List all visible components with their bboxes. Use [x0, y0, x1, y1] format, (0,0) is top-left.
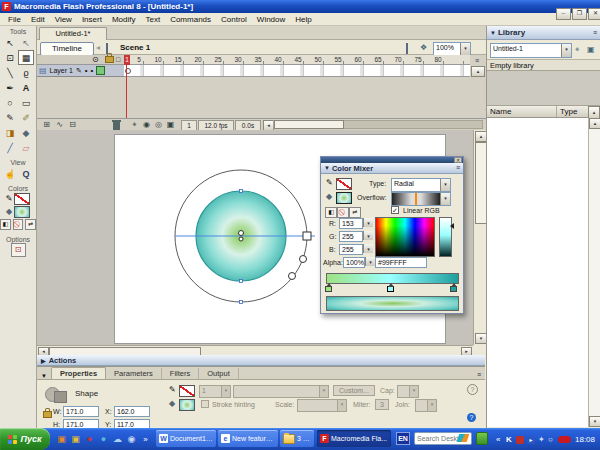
tray-icon-red[interactable]	[516, 436, 524, 444]
r-spinner[interactable]: ▾	[363, 218, 373, 227]
chevron-down-icon[interactable]: ▾	[561, 44, 571, 57]
no-color-icon[interactable]: ⃠	[337, 207, 349, 218]
menu-text[interactable]: Text	[140, 15, 165, 24]
menu-insert[interactable]: Insert	[77, 15, 107, 24]
onion-skin-outlines-icon[interactable]: ◎	[153, 120, 164, 130]
quicklaunch-overflow-icon[interactable]: »	[140, 434, 151, 445]
frames-row[interactable]	[124, 65, 470, 77]
layer-visibility-dot-icon[interactable]: •	[85, 66, 88, 75]
library-header[interactable]: ▼ Library ≡	[487, 26, 600, 40]
tab-parameters[interactable]: Parameters	[106, 368, 162, 379]
alpha-spinner[interactable]: ▾	[365, 257, 375, 266]
black-white-icon[interactable]: ◧	[0, 219, 11, 230]
gradient-center-handle[interactable]	[239, 231, 244, 236]
rectangle-tool-icon[interactable]: ▭	[18, 95, 34, 110]
gradient-transform-tool-icon[interactable]: ▦	[18, 50, 34, 65]
help-icon[interactable]: ?	[467, 384, 478, 395]
free-transform-tool-icon[interactable]: ⊡	[2, 50, 18, 65]
lock-aspect-icon[interactable]	[43, 411, 52, 418]
fill-color-swatch[interactable]	[14, 206, 30, 218]
chevron-down-icon[interactable]: ▾	[440, 193, 450, 205]
color-mixer-header[interactable]: ▼ Color Mixer ≡	[321, 163, 463, 174]
fill-color-swatch[interactable]	[179, 399, 195, 411]
menu-control[interactable]: Control	[216, 15, 252, 24]
restore-icon[interactable]: ❐	[572, 8, 587, 20]
library-vscrollbar[interactable]: ▴ ▾	[588, 118, 600, 427]
insert-layer-icon[interactable]: ⊞	[41, 120, 52, 130]
tab-filters[interactable]: Filters	[162, 368, 199, 379]
library-document-combo[interactable]: Untitled-1 ▾	[490, 43, 572, 58]
task-button-new-features[interactable]: e New features avai...	[218, 430, 278, 447]
column-name[interactable]: Name	[487, 106, 557, 117]
onion-skin-icon[interactable]: ◉	[141, 120, 152, 130]
stroke-color-swatch[interactable]	[179, 385, 195, 397]
show-hide-layers-icon[interactable]: ⊙	[92, 55, 99, 64]
timeline-scroll-up-icon[interactable]: ▴	[471, 66, 485, 77]
oval-tool-icon[interactable]: ○	[2, 95, 18, 110]
delete-layer-icon[interactable]	[113, 122, 120, 130]
center-frame-icon[interactable]: ⌖	[129, 120, 140, 130]
collapse-arrow-icon[interactable]: ▼	[37, 373, 51, 379]
tray-media-icon[interactable]: ▸	[527, 436, 535, 444]
ink-bottle-tool-icon[interactable]: ◨	[2, 125, 18, 140]
gradient-transform-option-icon[interactable]: ⊡	[11, 243, 26, 257]
linear-rgb-checkbox[interactable]: ✓	[391, 206, 399, 214]
gradient-stop-right[interactable]	[450, 286, 457, 292]
tray-icon-gear[interactable]: ✦	[538, 435, 545, 444]
alpha-field[interactable]: 100%	[343, 257, 365, 268]
mixer-fill-swatch[interactable]	[336, 192, 352, 204]
menu-help[interactable]: Help	[290, 15, 316, 24]
overflow-combo[interactable]: ▾	[391, 192, 451, 206]
no-color-icon[interactable]: ⃠	[13, 219, 24, 230]
color-picker-area[interactable]	[375, 217, 435, 257]
menu-window[interactable]: Window	[252, 15, 290, 24]
search-go-icon[interactable]	[476, 432, 488, 445]
quicklaunch-icon-6[interactable]: ◉	[126, 434, 137, 445]
new-library-panel-icon[interactable]: ▣	[587, 45, 595, 54]
tray-antivirus-icon[interactable]	[558, 436, 571, 443]
column-type[interactable]: Type	[557, 106, 588, 117]
stage-vscrollbar[interactable]: ▴ ▾	[473, 130, 486, 345]
edit-symbol-icon[interactable]: ❖	[420, 43, 427, 52]
playhead[interactable]: 1	[124, 55, 130, 65]
line-tool-icon[interactable]: ╲	[2, 65, 18, 80]
scroll-down-icon[interactable]: ▾	[589, 416, 600, 427]
start-button[interactable]: Пуск	[0, 428, 50, 450]
task-button-flash[interactable]: F Macromedia Fla...	[317, 430, 391, 447]
x-field[interactable]: 162.0	[114, 406, 150, 417]
subselection-tool-icon[interactable]: ↖	[18, 35, 34, 50]
quicklaunch-icon-1[interactable]: ▣	[56, 434, 67, 445]
gradient-rotate-handle[interactable]	[289, 273, 296, 280]
gradient-stop-left[interactable]	[325, 286, 332, 292]
gradient-radius-handle[interactable]	[300, 256, 307, 263]
lasso-tool-icon[interactable]: ϱ	[18, 65, 34, 80]
chevron-down-icon[interactable]: ▾	[460, 43, 470, 55]
swap-colors-icon[interactable]: ⇄	[25, 219, 36, 230]
tray-collapse-icon[interactable]: «	[496, 435, 500, 444]
insert-layer-folder-icon[interactable]: ⊟	[67, 120, 78, 130]
collapse-arrow-icon[interactable]: ▼	[490, 30, 496, 36]
menu-file[interactable]: File	[3, 15, 26, 24]
layer-row[interactable]: ▤ Layer 1 ✎ • •	[37, 65, 124, 77]
quicklaunch-icon-2[interactable]: ▣	[70, 434, 81, 445]
r-field[interactable]: 153	[339, 218, 363, 229]
pin-library-icon[interactable]: ⌖	[575, 45, 580, 55]
paint-bucket-tool-icon[interactable]: ◆	[18, 125, 34, 140]
mixer-stroke-swatch[interactable]	[336, 178, 352, 190]
gradient-width-handle[interactable]	[303, 232, 311, 240]
gradient-stop-middle-selected[interactable]	[387, 286, 394, 292]
tab-properties[interactable]: Properties	[51, 367, 106, 379]
language-indicator[interactable]: EN	[396, 432, 410, 445]
b-spinner[interactable]: ▾	[363, 244, 373, 253]
panel-menu-icon[interactable]: ≡	[456, 164, 460, 172]
pencil-tool-icon[interactable]: ✎	[2, 110, 18, 125]
close-icon[interactable]: ✕	[588, 8, 600, 20]
frame-ruler[interactable]: 5 10 15 20 25 30 35 40 45 50 55 60 65 70…	[124, 55, 470, 65]
black-white-icon[interactable]: ◧	[325, 207, 337, 218]
task-button-document1[interactable]: W Document1 - Micr...	[156, 430, 216, 447]
brightness-marker-icon[interactable]	[450, 223, 454, 229]
pen-tool-icon[interactable]: ✒	[2, 80, 18, 95]
gradient-focal-handle[interactable]	[239, 237, 243, 241]
document-tab[interactable]: Untitled-1*	[39, 27, 107, 41]
timeline-toggle-button[interactable]: Timeline	[40, 42, 94, 56]
